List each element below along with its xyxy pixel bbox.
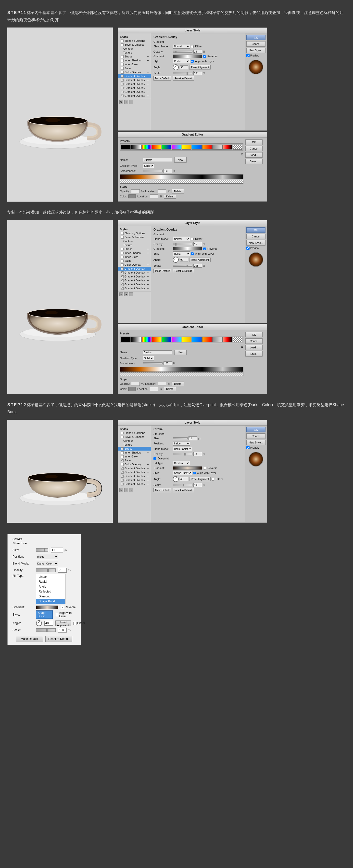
stroke-blend-select-3[interactable]: Darker Color bbox=[173, 447, 192, 451]
style-gradient-overlay-2[interactable]: Gradient Overlay + bbox=[118, 78, 151, 82]
gs-align-check-1[interactable] bbox=[191, 60, 193, 63]
ge-smooth-slider-2[interactable] bbox=[143, 363, 163, 364]
gs-reverse-check-2[interactable] bbox=[203, 248, 206, 250]
dp-opacity-input[interactable] bbox=[58, 568, 67, 572]
dp-style-value[interactable]: Shape Burst bbox=[36, 611, 53, 619]
styles-btn-fx-2[interactable]: fx bbox=[119, 292, 123, 297]
gs-align-check-2[interactable] bbox=[191, 252, 193, 255]
new-style-btn-2[interactable]: New Style... bbox=[246, 240, 266, 246]
style-bevel-emboss-3[interactable]: Bevel & Emboss bbox=[118, 435, 151, 439]
style-inner-glow-3[interactable]: Inner Glow bbox=[118, 455, 151, 459]
ge-delete-opacity-btn-1[interactable]: Delete bbox=[172, 189, 184, 193]
dp-scale-input[interactable] bbox=[58, 628, 67, 632]
ge-preset-1[interactable] bbox=[121, 145, 131, 150]
ok-btn-2[interactable]: OK bbox=[246, 227, 266, 233]
style-gradient-overlay-3-3[interactable]: Gradient Overlay + bbox=[118, 474, 151, 478]
ge-type-select-2[interactable]: Solid bbox=[143, 356, 154, 361]
gs-opacity-slider-1[interactable] bbox=[173, 51, 192, 53]
ge-preset-10[interactable] bbox=[212, 145, 222, 150]
dl-reflected[interactable]: Reflected bbox=[36, 589, 65, 594]
ge-preset-7[interactable] bbox=[182, 145, 191, 150]
stroke-gradient-bar-3[interactable] bbox=[173, 466, 202, 470]
style-stroke-3[interactable]: Stroke + bbox=[118, 447, 151, 451]
ge-preset-9[interactable] bbox=[202, 145, 212, 150]
ge-preset-2[interactable] bbox=[131, 145, 141, 150]
dl-diamond[interactable]: Diamond bbox=[36, 594, 65, 599]
stroke-angle-input-3[interactable] bbox=[180, 477, 188, 481]
styles-btn-add-3[interactable]: + bbox=[124, 488, 128, 492]
gs-reverse-check-1[interactable] bbox=[203, 55, 206, 58]
ge-smooth-input-2[interactable] bbox=[164, 362, 172, 365]
dp-reset-default-btn[interactable]: Reset to Default bbox=[45, 636, 72, 642]
gs-angle-circle-1[interactable] bbox=[173, 64, 179, 70]
dp-gradient-bar[interactable] bbox=[36, 606, 58, 609]
styles-btn-del-2[interactable]: - bbox=[129, 292, 133, 297]
styles-btn-fx-1[interactable]: fx bbox=[119, 100, 123, 104]
style-texture-2[interactable]: Texture bbox=[118, 243, 151, 247]
dp-dropdown-list[interactable]: Linear Radial Angle Reflected Diamond Sh… bbox=[36, 574, 66, 604]
ge-preset-5[interactable] bbox=[162, 145, 171, 150]
style-stroke-1[interactable]: Stroke + bbox=[118, 55, 151, 58]
stroke-style-select-3[interactable]: Shape Burst bbox=[173, 471, 192, 475]
ge-name-input-2[interactable] bbox=[143, 350, 172, 354]
gs-reset-align-btn-1[interactable]: Reset Alignment bbox=[189, 65, 211, 69]
style-color-overlay-2[interactable]: Color Overlay + bbox=[118, 263, 151, 267]
style-gradient-overlay-3-2[interactable]: Gradient Overlay + bbox=[118, 470, 151, 474]
ge-new-btn-2[interactable]: New bbox=[174, 350, 186, 355]
style-gradient-overlay-3-5[interactable]: Gradient Overlay + bbox=[118, 482, 151, 486]
cancel-btn-2[interactable]: Cancel bbox=[246, 234, 266, 239]
gs-angle-input-2[interactable] bbox=[180, 258, 188, 262]
gs-opacity-slider-2[interactable] bbox=[173, 243, 192, 245]
ge-smooth-input-1[interactable] bbox=[164, 169, 172, 173]
ge-preset-4[interactable] bbox=[151, 145, 161, 150]
stroke-align-check-3[interactable] bbox=[193, 472, 196, 474]
style-contour-2[interactable]: Contour bbox=[118, 239, 151, 243]
dp-blend-select[interactable]: Darker Color bbox=[36, 561, 58, 566]
ge-ok-btn-2[interactable]: OK bbox=[245, 332, 262, 337]
ok-btn-3[interactable]: OK bbox=[246, 427, 266, 432]
gs-style-select-2[interactable]: Radial bbox=[173, 251, 190, 256]
style-gradient-overlay-6[interactable]: Gradient Overlay + bbox=[118, 94, 151, 98]
dp-opacity-slider[interactable] bbox=[36, 568, 56, 572]
style-gradient-overlay-3-1[interactable]: Gradient Overlay + bbox=[118, 466, 151, 470]
style-gradient-overlay-2-5[interactable]: Gradient Overlay + bbox=[118, 282, 151, 286]
style-blending-options-2[interactable]: Blending Options bbox=[118, 231, 151, 235]
ge-gear-icon-2[interactable]: ⚙ bbox=[241, 345, 243, 349]
cancel-btn-1[interactable]: Cancel bbox=[246, 41, 266, 46]
stroke-filltype-select-3[interactable]: Gradient bbox=[173, 461, 190, 465]
ok-btn-1[interactable]: OK bbox=[246, 35, 266, 40]
dp-dither-check[interactable] bbox=[73, 622, 76, 625]
ge-preset-2-6[interactable] bbox=[172, 337, 181, 342]
ge-cancel-btn-2[interactable]: Cancel bbox=[245, 338, 262, 344]
stroke-opacity-slider-3[interactable] bbox=[173, 453, 192, 455]
style-gradient-overlay-2-2[interactable]: Gradient Overlay + bbox=[118, 271, 151, 275]
style-inner-shadow-3[interactable]: Inner Shadow + bbox=[118, 451, 151, 455]
dp-angle-circle[interactable] bbox=[36, 620, 42, 626]
styles-btn-del-3[interactable]: - bbox=[129, 488, 133, 492]
ge-preset-2-11[interactable] bbox=[222, 337, 232, 342]
gs-dither-check-1[interactable] bbox=[191, 45, 193, 48]
cancel-btn-3[interactable]: Cancel bbox=[246, 433, 266, 439]
dp-size-slider[interactable] bbox=[36, 548, 48, 552]
style-contour-1[interactable]: Contour bbox=[118, 46, 151, 51]
ge-location-stop-input-2[interactable] bbox=[157, 382, 166, 386]
style-inner-glow-1[interactable]: Inner Glow bbox=[118, 62, 151, 66]
style-gradient-overlay-2-6[interactable]: Gradient Overlay + bbox=[118, 286, 151, 290]
stroke-reset-default-btn-3[interactable]: Reset to Default bbox=[173, 488, 194, 492]
ge-load-btn-2[interactable]: Load... bbox=[245, 345, 262, 350]
style-inner-shadow-1[interactable]: Inner Shadow + bbox=[118, 58, 151, 62]
stroke-dither-check-3[interactable] bbox=[212, 478, 214, 480]
ge-preset-2-10[interactable] bbox=[212, 337, 222, 342]
dp-reverse-check[interactable] bbox=[61, 606, 64, 609]
ge-color-swatch-2[interactable] bbox=[129, 387, 136, 391]
gs-make-default-btn-2[interactable]: Make Default bbox=[153, 269, 171, 273]
dp-reset-align-btn[interactable]: Reset Alignment bbox=[56, 620, 71, 626]
ge-gear-icon[interactable]: ⚙ bbox=[241, 153, 243, 156]
preview-check-2[interactable] bbox=[246, 247, 250, 250]
ge-gradient-bar-full-2[interactable] bbox=[120, 367, 243, 372]
gs-reset-default-btn-1[interactable]: Reset to Default bbox=[173, 76, 194, 81]
style-gradient-overlay-5[interactable]: Gradient Overlay + bbox=[118, 90, 151, 94]
ge-delete-color-btn-2[interactable]: Delete bbox=[164, 387, 176, 391]
gs-reset-default-btn-2[interactable]: Reset to Default bbox=[173, 269, 194, 273]
ge-preset-2-4[interactable] bbox=[151, 337, 161, 342]
